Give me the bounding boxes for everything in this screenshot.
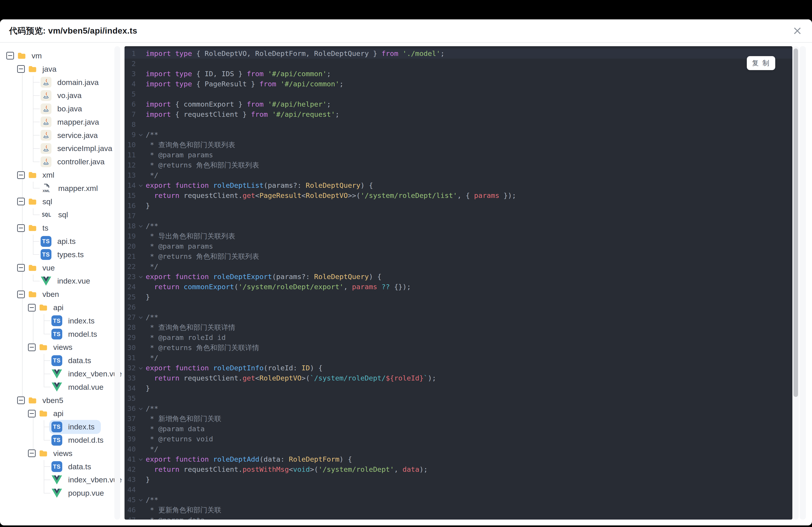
tree-file-vo.java[interactable]: vo.java: [0, 89, 114, 102]
fold-chevron-icon[interactable]: [139, 224, 143, 228]
collapse-toggle-icon[interactable]: [17, 396, 25, 404]
fold-chevron-icon[interactable]: [139, 316, 143, 319]
tree-file-popup.vue[interactable]: popup.vue: [0, 486, 114, 500]
code-line: 24 return commonExport('/system/roleDept…: [125, 282, 792, 292]
typescript-file-icon: TS: [52, 355, 62, 366]
tree-file-sql[interactable]: SQLsql: [0, 208, 114, 222]
line-number: 43: [125, 475, 136, 485]
collapse-toggle-icon[interactable]: [17, 171, 25, 179]
tree-item-label: model.ts: [68, 330, 97, 338]
code-scrollbar-thumb[interactable]: [794, 48, 798, 397]
tree-item-label: index_vben.vue: [68, 370, 122, 378]
collapse-toggle-icon[interactable]: [17, 198, 25, 205]
tree-guide-line: [22, 182, 23, 195]
tree-guide-stub: [44, 360, 50, 361]
close-icon[interactable]: ×: [789, 22, 805, 38]
fold-chevron-icon[interactable]: [139, 184, 143, 187]
tree-folder-views[interactable]: views: [0, 447, 114, 460]
tree-selected-item[interactable]: TSindex.ts: [49, 420, 101, 434]
fold-chevron-icon[interactable]: [139, 366, 143, 370]
tree-file-index_vben.vue[interactable]: index_vben.vue: [0, 473, 114, 487]
tree-item-label: index.ts: [68, 316, 95, 325]
copy-button[interactable]: 复 制: [747, 56, 775, 70]
folder-icon: [39, 450, 48, 457]
tree-folder-vm[interactable]: vm: [0, 49, 114, 62]
collapse-toggle-icon[interactable]: [17, 224, 25, 232]
tree-scrollbar-track[interactable]: [114, 46, 120, 520]
collapse-toggle-icon[interactable]: [28, 344, 35, 351]
tree-folder-vben5[interactable]: vben5: [0, 394, 114, 407]
tree-file-model.d.ts[interactable]: TSmodel.d.ts: [0, 434, 114, 447]
collapse-toggle-icon[interactable]: [28, 450, 35, 457]
line-number: 35: [125, 393, 136, 404]
tree-file-data.ts[interactable]: TSdata.ts: [0, 460, 114, 473]
tree-file-api.ts[interactable]: TSapi.ts: [0, 235, 114, 248]
folder-icon: [39, 304, 48, 311]
tree-file-model.ts[interactable]: TSmodel.ts: [0, 328, 114, 341]
tree-file-bo.java[interactable]: bo.java: [0, 102, 114, 116]
tree-file-domain.java[interactable]: domain.java: [0, 76, 114, 89]
dialog-scrollbar-track[interactable]: [800, 46, 806, 520]
tree-folder-java[interactable]: java: [0, 62, 114, 76]
collapse-toggle-icon[interactable]: [17, 65, 25, 73]
tree-folder-sql[interactable]: sql: [0, 195, 114, 208]
tree-guide-line: [22, 155, 23, 168]
code-line: 36/**: [125, 404, 792, 413]
code-line: 17: [125, 211, 792, 221]
tree-item-label: sql: [42, 197, 52, 206]
tree-file-index_vben.vue[interactable]: index_vben.vue: [0, 367, 114, 380]
tree-folder-ts[interactable]: ts: [0, 221, 114, 235]
vue-file-icon: [52, 382, 62, 392]
tree-folder-api[interactable]: api: [0, 407, 114, 420]
tree-guide-line: [33, 434, 33, 447]
tree-folder-vben[interactable]: vben: [0, 288, 114, 301]
line-number: 39: [125, 434, 136, 444]
tree-guide-stub: [33, 188, 40, 189]
folder-icon: [28, 171, 37, 179]
tree-guide-line: [22, 76, 23, 89]
code-line: 3import type { ID, IDS } from '#/api/com…: [125, 69, 792, 79]
tree-folder-xml[interactable]: xml: [0, 168, 114, 182]
collapse-toggle-icon[interactable]: [17, 264, 25, 272]
code-line: 19 * 导出角色和部门关联列表: [125, 231, 792, 241]
tree-guide-stub: [44, 493, 50, 493]
code-line: 33 return requestClient.get<RoleDeptVO>(…: [125, 373, 792, 383]
line-number: 3: [125, 69, 136, 79]
tree-item-label: modal.vue: [68, 383, 103, 392]
collapse-toggle-icon[interactable]: [28, 410, 35, 418]
tree-file-controller.java[interactable]: controller.java: [0, 155, 114, 168]
collapse-toggle-icon[interactable]: [17, 290, 25, 298]
tree-file-index.ts[interactable]: TSindex.ts: [0, 314, 114, 328]
tree-folder-vue[interactable]: vue: [0, 261, 114, 274]
tree-item-label: bo.java: [57, 104, 82, 113]
fold-chevron-icon[interactable]: [139, 133, 143, 136]
tree-file-modal.vue[interactable]: modal.vue: [0, 380, 114, 394]
tree-file-data.ts[interactable]: TSdata.ts: [0, 354, 114, 367]
tree-file-index.vue[interactable]: index.vue: [0, 274, 114, 288]
tree-folder-views[interactable]: views: [0, 341, 114, 354]
code-line: 46 * 更新角色和部门关联: [125, 505, 792, 515]
code-line: 9/**: [125, 130, 792, 140]
collapse-toggle-icon[interactable]: [6, 52, 14, 60]
code-line: 11 * @param params: [125, 150, 792, 160]
tree-file-mapper.java[interactable]: mapper.java: [0, 116, 114, 129]
fold-chevron-icon[interactable]: [139, 498, 143, 501]
tree-file-types.ts[interactable]: TStypes.ts: [0, 248, 114, 261]
tree-item-label: model.d.ts: [68, 436, 103, 445]
tree-folder-api[interactable]: api: [0, 301, 114, 314]
vue-file-icon: [52, 489, 62, 498]
line-number: 27: [125, 312, 136, 322]
fold-chevron-icon[interactable]: [139, 457, 143, 461]
line-number: 31: [125, 353, 136, 363]
fold-chevron-icon[interactable]: [139, 407, 143, 410]
fold-chevron-icon[interactable]: [139, 275, 143, 278]
tree-guide-line: [33, 420, 33, 434]
tree-file-mapper.xml[interactable]: XML mapper.xml: [0, 182, 114, 195]
tree-file-serviceImpl.java[interactable]: serviceImpl.java: [0, 142, 114, 155]
collapse-toggle-icon[interactable]: [28, 304, 35, 312]
line-number: 45: [125, 495, 136, 505]
code-line: 5: [125, 89, 792, 99]
tree-file-service.java[interactable]: service.java: [0, 129, 114, 142]
tree-file-index.ts[interactable]: TSindex.ts: [0, 420, 114, 434]
line-number: 44: [125, 485, 136, 495]
